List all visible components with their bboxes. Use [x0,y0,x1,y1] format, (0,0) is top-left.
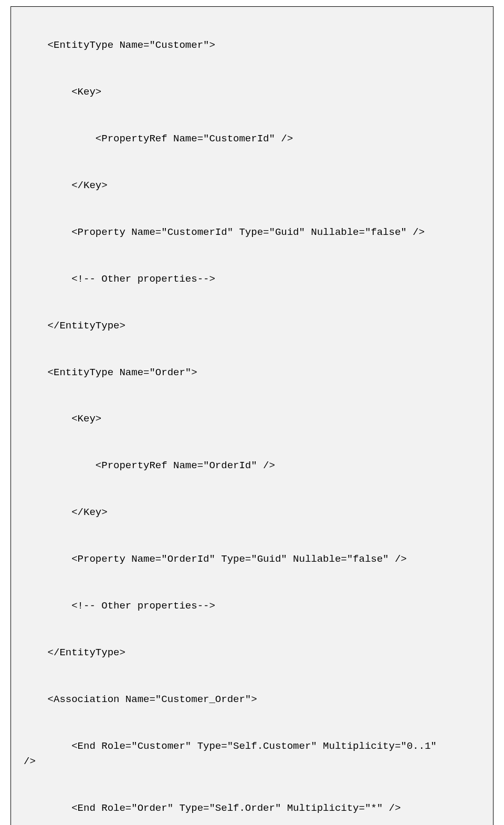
code-line: <End Role="Order" Type="Self.Order" Mult… [24,802,401,814]
blank-line [24,147,480,163]
blank-line [24,707,480,723]
blank-line [24,427,480,443]
code-line: <!-- Other properties--> [24,273,215,285]
code-line: <!-- Other properties--> [24,600,215,612]
blank-line [24,54,480,69]
page: <EntityType Name="Customer"> <Key> <Prop… [0,0,504,825]
blank-line [24,194,480,210]
blank-line [24,568,480,583]
code-line: <Property Name="CustomerId" Type="Guid" … [24,226,425,238]
blank-line [24,769,480,785]
code-line: <Association Name="Customer_Order"> [24,694,257,705]
code-line: </Key> [24,507,108,518]
blank-line [24,287,480,303]
code-line: <PropertyRef Name="CustomerId" /> [24,133,293,145]
blank-line [24,240,480,256]
code-line: <Property Name="OrderId" Type="Guid" Nul… [24,553,407,565]
code-line: </Key> [24,180,108,191]
blank-line [24,100,480,116]
blank-line [24,614,480,630]
code-line: <PropertyRef Name="OrderId" /> [24,460,275,471]
code-line: </EntityType> [24,320,125,332]
code-line: <Key> [24,413,101,425]
blank-line [24,661,480,676]
code-line: </EntityType> [24,647,125,658]
blank-line [24,521,480,537]
code-line: <EntityType Name="Customer"> [24,39,215,51]
blank-line [24,816,480,825]
code-line: /> [24,756,36,767]
code-line: <EntityType Name="Order"> [24,367,197,378]
blank-line [24,380,480,396]
blank-line [24,334,480,349]
blank-line [24,474,480,490]
code-block: <EntityType Name="Customer"> <Key> <Prop… [10,6,494,825]
code-line: <Key> [24,86,101,98]
code-line: <End Role="Customer" Type="Self.Customer… [24,740,437,752]
